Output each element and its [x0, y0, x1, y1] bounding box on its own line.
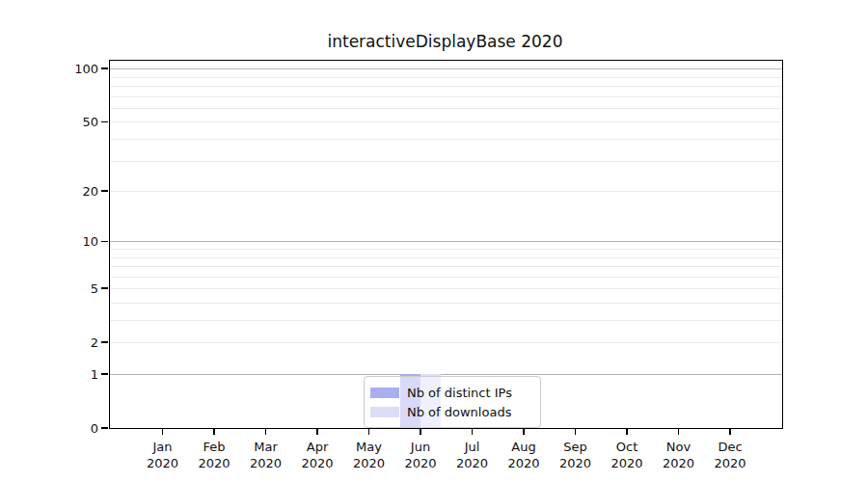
- x-tick-mark: [472, 428, 474, 435]
- minor-gridline: [110, 266, 782, 267]
- x-tick-year: 2020: [699, 455, 761, 471]
- y-tick-label: 1: [50, 368, 98, 381]
- x-tick-mark: [213, 428, 215, 435]
- y-tick-mark: [101, 67, 108, 69]
- x-tick-mark: [575, 428, 577, 435]
- minor-gridline: [110, 77, 782, 78]
- x-tick-month: Dec: [699, 439, 761, 455]
- y-tick-mark: [101, 287, 108, 289]
- y-tick-mark: [101, 190, 108, 192]
- minor-gridline: [110, 108, 782, 109]
- y-tick-label: 0: [50, 422, 98, 435]
- y-tick-mark: [101, 241, 108, 243]
- minor-gridline: [110, 277, 782, 278]
- y-tick-mark: [101, 427, 108, 429]
- x-tick-mark: [729, 428, 731, 435]
- x-tick-mark: [523, 428, 525, 435]
- legend-swatch: [370, 407, 399, 417]
- minor-gridline: [110, 86, 782, 87]
- y-tick-label: 5: [50, 282, 98, 295]
- legend-entry: Nb of downloads: [370, 402, 532, 421]
- y-tick-mark: [101, 121, 108, 123]
- download-stats-figure: interactiveDisplayBase 2020 012510205010…: [0, 0, 868, 482]
- y-tick-label: 50: [50, 116, 98, 128]
- y-tick-label: 10: [50, 235, 98, 248]
- x-tick-mark: [626, 428, 628, 435]
- x-tick-mark: [420, 428, 421, 435]
- chart-title: interactiveDisplayBase 2020: [109, 32, 781, 51]
- x-tick-mark: [265, 428, 267, 435]
- minor-gridline: [110, 303, 782, 304]
- x-tick-label: Dec2020: [699, 439, 761, 471]
- minor-gridline: [110, 121, 782, 122]
- minor-gridline: [110, 288, 782, 289]
- minor-gridline: [110, 342, 782, 343]
- x-tick-mark: [368, 428, 370, 435]
- y-tick-mark: [101, 341, 108, 343]
- minor-gridline: [110, 139, 782, 140]
- minor-gridline: [110, 320, 782, 321]
- y-tick-mark: [101, 373, 108, 375]
- minor-gridline: [110, 161, 782, 162]
- x-tick-mark: [316, 428, 318, 435]
- legend-label: Nb of distinct IPs: [407, 386, 512, 400]
- y-tick-label: 2: [50, 336, 98, 349]
- x-tick-mark: [162, 428, 164, 435]
- minor-gridline: [110, 249, 782, 250]
- legend-label: Nb of downloads: [407, 405, 511, 419]
- legend: Nb of distinct IPsNb of downloads: [364, 376, 541, 428]
- minor-gridline: [110, 257, 782, 258]
- legend-swatch: [370, 388, 399, 398]
- major-gridline: [110, 241, 782, 242]
- major-gridline: [110, 68, 782, 69]
- major-gridline: [110, 374, 782, 375]
- minor-gridline: [110, 96, 782, 97]
- plot-area: 0125102050100Jan2020Feb2020Mar2020Apr202…: [109, 60, 783, 429]
- y-tick-label: 100: [50, 63, 98, 75]
- y-tick-label: 20: [50, 185, 98, 198]
- x-tick-mark: [678, 428, 680, 435]
- legend-entry: Nb of distinct IPs: [370, 383, 532, 402]
- minor-gridline: [110, 191, 782, 192]
